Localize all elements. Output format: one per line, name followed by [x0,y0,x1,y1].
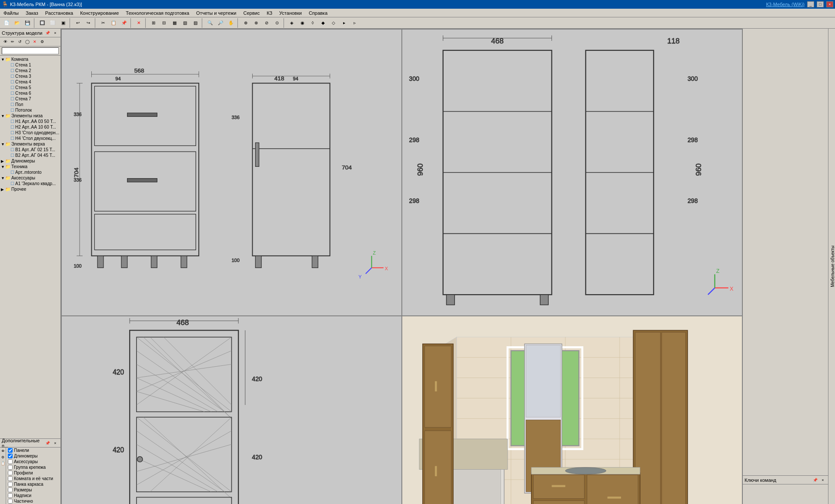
toolbar-paste[interactable]: 📌 [119,18,129,28]
toolbar-3d4[interactable]: ◆ [318,18,328,28]
toolbar-undo[interactable]: ↩ [73,18,83,28]
add-panels-pin-btn[interactable]: 📌 [44,440,51,447]
close-button[interactable]: × [826,1,833,7]
wiki-link[interactable]: К3-Мебель (WiKi) [766,2,805,7]
checkbox-надписи[interactable] [8,493,13,498]
struct-btn-edit[interactable]: ✏ [9,38,16,45]
toolbar-snap1[interactable]: ⊕ [241,18,250,28]
menu-layout[interactable]: Расстановка [42,10,77,17]
tree-item-h2[interactable]: ☐Н2 Арт..АА 10 60 Т... [1,124,60,130]
toolbar-b3[interactable]: ▣ [58,18,68,28]
menu-construct[interactable]: Конструирование [77,10,122,17]
tree-item-toronto[interactable]: ☐Арт..mtoronto [1,169,60,175]
tree-expand-prochee[interactable]: ▶ [1,187,5,192]
struct-btn-circle[interactable]: ◯ [24,38,31,45]
tree-item-stena5[interactable]: ☐Стена 5 [1,85,60,90]
menu-help[interactable]: Справка [305,10,331,17]
toolbar-redo[interactable]: ↪ [84,18,93,28]
minimize-button[interactable]: _ [807,1,814,7]
toolbar-cut[interactable]: ✂ [98,18,108,28]
toolbar-b1[interactable]: 🔲 [37,18,47,28]
toolbar-zoom1[interactable]: 🔍 [205,18,215,28]
toolbar-view2[interactable]: ⊟ [159,18,169,28]
toolbar-new[interactable]: 📄 [2,18,11,28]
mebelnie-obekty-panel[interactable]: Мебельные объекты [828,29,835,504]
menu-order[interactable]: Заказ [22,10,42,17]
maximize-button[interactable]: □ [817,1,824,7]
tree-expand-tehnika[interactable]: ▼ [1,165,5,169]
tree-expand-aksessuary[interactable]: ▼ [1,176,5,180]
add-panels-icon2[interactable]: ⚙ [0,454,6,460]
toolbar-3d7[interactable]: ▹ [350,18,359,28]
add-panels-icon1[interactable]: 👁 [0,448,6,454]
toolbar-zoom2[interactable]: 🔎 [216,18,225,28]
toolbar-view4[interactable]: ▧ [180,18,190,28]
checkbox-комната-и-её-части[interactable] [8,476,13,481]
tree-item-dlinomery[interactable]: ▶📁Длиномеры [1,158,60,164]
toolbar-3d6[interactable]: ▸ [339,18,349,28]
menu-k3[interactable]: КЗ [263,10,276,17]
viewport-top-left[interactable]: 568 704 336 336 100 94 [61,29,402,316]
structure-close-btn[interactable]: × [52,30,59,36]
keys-close[interactable]: × [819,477,826,484]
toolbar-snap3[interactable]: ⊘ [262,18,271,28]
struct-btn-refresh[interactable]: ↺ [17,38,23,45]
toolbar-open[interactable]: 📂 [12,18,22,28]
struct-btn-eye[interactable]: 👁 [2,38,9,45]
toolbar-view5[interactable]: ▨ [190,18,200,28]
tree-item-stena3[interactable]: ☐Стена 3 [1,73,60,79]
tree-item-elem-niz[interactable]: ▼📁Элементы низа [1,113,60,119]
checkbox-панка-каркаса[interactable] [8,482,13,487]
tree-item-stena6[interactable]: ☐Стена 6 [1,90,60,96]
tree-item-a1[interactable]: ☐А1 'Зеркало квадр... [1,181,60,186]
tree-expand-dlinomery[interactable]: ▶ [1,159,5,163]
toolbar-3d5[interactable]: ◇ [329,18,338,28]
tree-expand-elem-niz[interactable]: ▼ [1,114,5,118]
struct-btn-settings[interactable]: ⚙ [39,38,46,45]
add-panels-close-btn[interactable]: × [52,440,59,447]
tree-item-prochee[interactable]: ▶📁Прочее [1,186,60,192]
toolbar-copy[interactable]: 📋 [109,18,118,28]
checkbox-размеры[interactable] [8,487,13,492]
toolbar-view1[interactable]: ⊞ [149,18,158,28]
checkbox-аксессуары[interactable] [8,459,13,464]
tree-item-elem-verh[interactable]: ▼📁Элементы верха [1,141,60,147]
tree-item-stena1[interactable]: ☐Стена 1 [1,62,60,68]
viewport-bottom-right[interactable] [402,316,742,504]
tree-item-b2[interactable]: ☐В2 Арт..АГ 04 45 Т... [1,153,60,158]
toolbar-3d1[interactable]: ◈ [287,18,297,28]
toolbar-pan[interactable]: ✋ [226,18,236,28]
toolbar-snap4[interactable]: ⊙ [272,18,282,28]
tree-item-tehnika[interactable]: ▼📁Техника [1,164,60,169]
menu-files[interactable]: Файлы [0,10,22,17]
checkbox-длиномеры[interactable] [8,454,13,458]
toolbar-delete[interactable]: ✕ [134,18,144,28]
checkbox-группа-крепежа[interactable] [8,465,13,470]
tree-item-stena4[interactable]: ☐Стена 4 [1,79,60,85]
tree-item-aksessuary[interactable]: ▼📁Аксессуары [1,175,60,181]
structure-pin-btn[interactable]: 📌 [44,30,51,36]
tree-item-pol[interactable]: ☐Пол [1,102,60,107]
toolbar-view3[interactable]: ▦ [170,18,179,28]
toolbar-save[interactable]: 💾 [23,18,32,28]
tree-item-h1[interactable]: ☐Н1 Арт..АА 03 50 Т... [1,119,60,124]
checkbox-панели[interactable] [8,448,13,453]
toolbar-snap2[interactable]: ⊗ [251,18,261,28]
checkbox-частично[interactable] [8,499,13,504]
menu-settings[interactable]: Установки [276,10,305,17]
struct-btn-x[interactable]: ✕ [31,38,38,45]
tree-expand-elem-verh[interactable]: ▼ [1,142,5,146]
structure-search-input[interactable] [2,47,59,54]
keys-pin[interactable]: 📌 [812,477,818,484]
tree-item-komnata[interactable]: ▼📁Комната [1,56,60,62]
tree-item-stena2[interactable]: ☐Стена 2 [1,68,60,73]
add-panels-icon3[interactable]: 📋 [0,461,6,466]
menu-reports[interactable]: Отчеты и чертежи [193,10,240,17]
tree-expand-komnata[interactable]: ▼ [1,57,5,62]
toolbar-b2[interactable]: ⬜ [48,18,57,28]
tree-item-stena7[interactable]: ☐Стена 7 [1,96,60,102]
tree-item-potolok[interactable]: ☐Потолок [1,107,60,113]
checkbox-профили[interactable] [8,471,13,475]
tree-item-b1[interactable]: ☐В1 Арт..АГ 02 15 Т... [1,147,60,153]
menu-techprep[interactable]: Технологическая подготовка [122,10,193,17]
